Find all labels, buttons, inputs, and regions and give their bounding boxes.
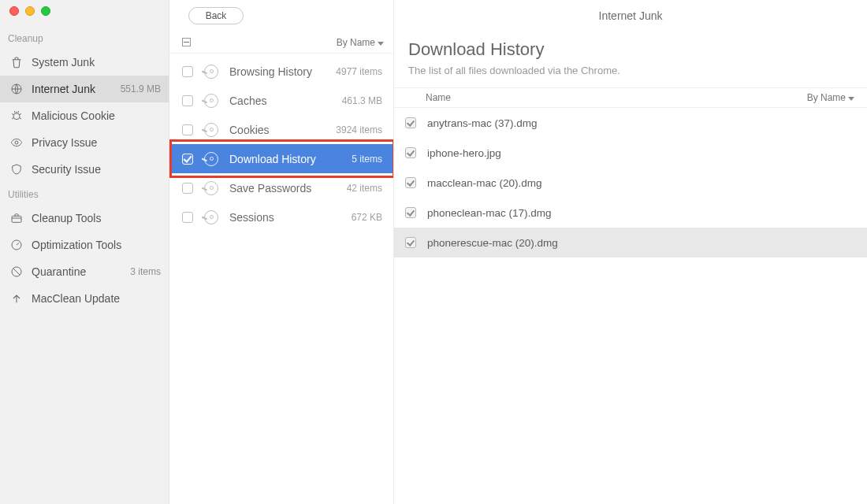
sidebar-item-label: Cleanup Tools [32, 212, 153, 224]
sort-label: By Name [807, 92, 846, 103]
category-sort[interactable]: By Name [337, 37, 384, 48]
file-checkbox[interactable] [405, 207, 416, 218]
sidebar-item-label: System Junk [32, 56, 153, 69]
category-checkbox[interactable] [182, 154, 193, 165]
sidebar-item-malicious-cookie[interactable]: Malicious Cookie [0, 102, 169, 129]
sidebar-item-label: Security Issue [32, 163, 153, 176]
minimize-window-button[interactable] [25, 6, 35, 16]
category-list: Browsing History 4977 items Caches 461.3… [169, 54, 393, 504]
detail-header: Download History The list of all files d… [394, 32, 867, 87]
category-label: Browsing History [229, 65, 326, 78]
sidebar-item-internet-junk[interactable]: Internet Junk 551.9 MB [0, 76, 169, 102]
sort-label: By Name [337, 37, 375, 48]
file-name: anytrans-mac (37).dmg [427, 117, 538, 129]
category-checkbox[interactable] [182, 66, 193, 77]
file-row[interactable]: iphone-hero.jpg [394, 138, 867, 168]
chevron-down-icon [848, 92, 854, 103]
category-item-save-passwords[interactable]: Save Passwords 42 items [169, 173, 393, 202]
quarantine-icon [9, 265, 24, 279]
sidebar-item-label: MacClean Update [32, 292, 153, 305]
file-name: iphone-hero.jpg [427, 147, 501, 159]
sidebar-group-label: Utilities [0, 183, 169, 205]
back-button-label: Back [206, 10, 227, 21]
sidebar-item-security-issue[interactable]: Security Issue [0, 156, 169, 183]
category-checkbox[interactable] [182, 124, 193, 135]
sidebar-item-label: Optimization Tools [32, 239, 153, 251]
category-checkbox[interactable] [182, 212, 193, 223]
collapse-toggle[interactable] [182, 38, 191, 46]
chrome-icon [203, 63, 220, 80]
sidebar-item-quarantine[interactable]: Quarantine 3 items [0, 258, 169, 285]
svg-point-2 [15, 141, 18, 144]
file-list: anytrans-mac (37).dmg iphone-hero.jpg ma… [394, 108, 867, 504]
category-checkbox[interactable] [182, 183, 193, 194]
file-row[interactable]: phoneclean-mac (17).dmg [394, 198, 867, 228]
sidebar-item-label: Privacy Issue [32, 136, 153, 149]
category-meta: 672 KB [352, 212, 382, 223]
sidebar-item-label: Malicious Cookie [32, 109, 153, 122]
file-name: phonerescue-mac (20).dmg [427, 237, 558, 249]
chrome-icon [203, 150, 220, 168]
sidebar-item-label: Internet Junk [32, 83, 113, 95]
file-name: phoneclean-mac (17).dmg [427, 207, 552, 219]
category-item-download-history[interactable]: Download History 5 items [169, 144, 393, 173]
file-row[interactable]: anytrans-mac (37).dmg [394, 108, 867, 138]
category-pane: Back By Name Browsing History 4977 items… [169, 0, 394, 504]
category-header: By Name [169, 32, 393, 54]
chrome-icon [203, 209, 220, 226]
category-label: Sessions [229, 211, 342, 224]
category-meta: 4977 items [336, 66, 382, 77]
category-item-browsing-history[interactable]: Browsing History 4977 items [169, 57, 393, 86]
category-item-cookies[interactable]: Cookies 3924 items [169, 115, 393, 144]
chrome-icon [203, 121, 220, 139]
category-meta: 5 items [352, 154, 382, 165]
window-controls [0, 6, 169, 27]
category-meta: 42 items [347, 183, 382, 194]
close-window-button[interactable] [9, 6, 19, 16]
sidebar-item-cleanup-tools[interactable]: Cleanup Tools [0, 205, 169, 232]
sidebar-item-macclean-update[interactable]: MacClean Update [0, 285, 169, 312]
category-label: Save Passwords [229, 182, 337, 195]
column-name: Name [426, 92, 451, 103]
sidebar-item-label: Quarantine [32, 265, 122, 278]
chevron-down-icon [378, 37, 384, 48]
file-sort[interactable]: By Name [807, 92, 854, 103]
page-title: Internet Junk [599, 9, 663, 22]
detail-subtitle: The list of all files downloaded via the… [408, 65, 851, 76]
globe-icon [9, 82, 24, 96]
arrow-up-icon [9, 291, 24, 306]
sidebar: Cleanup System Junk Internet Junk 551.9 … [0, 0, 169, 504]
toolbox-icon [9, 211, 24, 225]
file-row[interactable]: phonerescue-mac (20).dmg [394, 228, 867, 258]
category-meta: 3924 items [336, 124, 382, 135]
chrome-icon [203, 180, 220, 197]
sidebar-item-optimization-tools[interactable]: Optimization Tools [0, 232, 169, 258]
category-meta: 461.3 MB [342, 95, 382, 106]
eye-icon [9, 135, 24, 150]
sidebar-group-label: Cleanup [0, 27, 169, 49]
category-checkbox[interactable] [182, 95, 193, 106]
file-checkbox[interactable] [405, 117, 416, 128]
gauge-icon [9, 238, 24, 252]
file-checkbox[interactable] [405, 147, 416, 158]
category-label: Download History [229, 153, 342, 165]
svg-rect-3 [12, 216, 21, 222]
file-checkbox[interactable] [405, 177, 416, 188]
file-name: macclean-mac (20).dmg [427, 177, 542, 189]
file-checkbox[interactable] [405, 237, 416, 248]
file-column-header: Name By Name [394, 87, 867, 108]
sidebar-item-meta: 3 items [130, 266, 161, 277]
back-button[interactable]: Back [188, 7, 244, 24]
category-item-sessions[interactable]: Sessions 672 KB [169, 202, 393, 232]
sidebar-item-system-junk[interactable]: System Junk [0, 49, 169, 76]
zoom-window-button[interactable] [41, 6, 50, 16]
category-item-caches[interactable]: Caches 461.3 MB [169, 86, 393, 115]
sidebar-item-privacy-issue[interactable]: Privacy Issue [0, 129, 169, 156]
svg-point-1 [13, 113, 20, 120]
category-label: Caches [229, 94, 333, 107]
file-row[interactable]: macclean-mac (20).dmg [394, 168, 867, 198]
category-label: Cookies [229, 124, 326, 136]
detail-pane: Internet Junk Download History The list … [394, 0, 867, 504]
bug-icon [9, 109, 24, 123]
sidebar-item-meta: 551.9 MB [121, 83, 161, 94]
